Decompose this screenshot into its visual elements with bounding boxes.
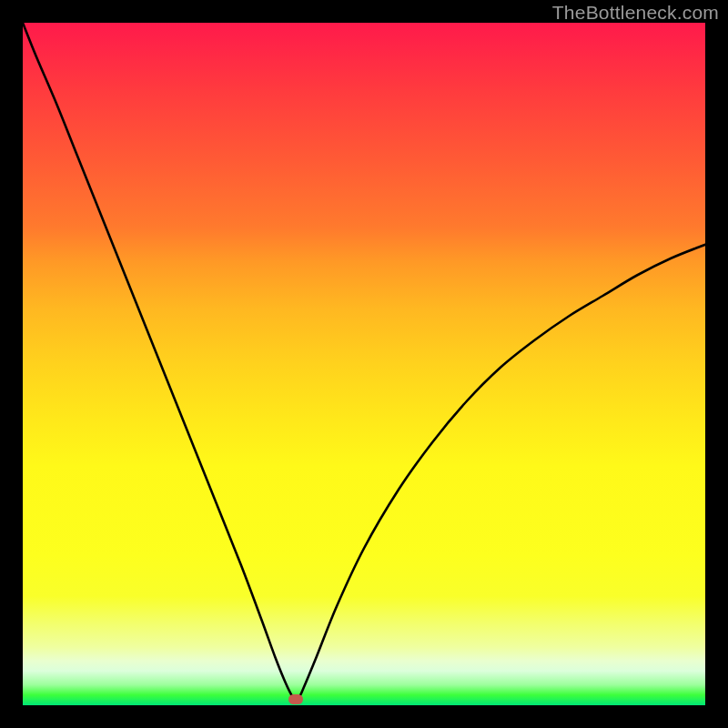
plot-area <box>23 23 705 705</box>
chart-frame: TheBottleneck.com <box>0 0 728 728</box>
watermark-text: TheBottleneck.com <box>552 2 719 24</box>
optimum-marker <box>288 694 303 704</box>
